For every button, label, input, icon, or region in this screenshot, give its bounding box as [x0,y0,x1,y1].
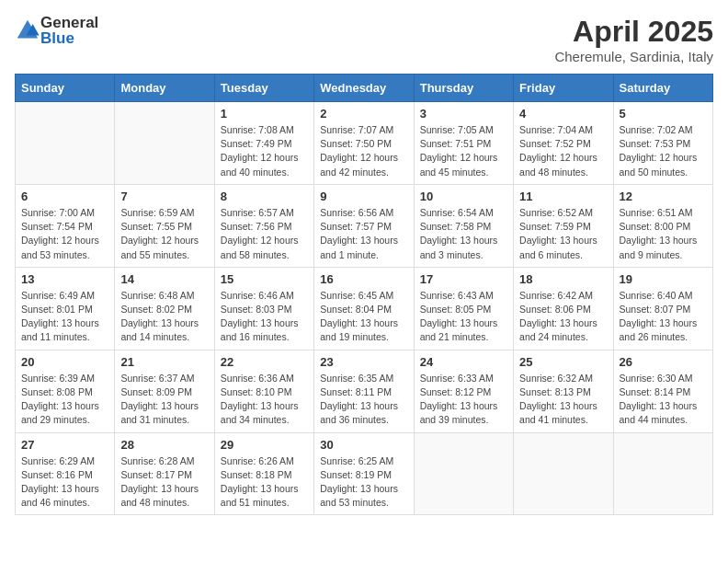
weekday-header: Friday [514,75,613,102]
calendar-cell: 21Sunrise: 6:37 AM Sunset: 8:09 PM Dayli… [115,350,214,432]
day-info: Sunrise: 7:04 AM Sunset: 7:52 PM Dayligh… [519,123,607,179]
calendar-cell: 1Sunrise: 7:08 AM Sunset: 7:49 PM Daylig… [214,102,313,185]
day-info: Sunrise: 6:32 AM Sunset: 8:13 PM Dayligh… [519,372,607,428]
calendar-cell: 6Sunrise: 7:00 AM Sunset: 7:54 PM Daylig… [16,184,115,267]
location-subtitle: Cheremule, Sardinia, Italy [554,49,713,64]
calendar-week-row: 1Sunrise: 7:08 AM Sunset: 7:49 PM Daylig… [16,102,713,185]
calendar-cell: 28Sunrise: 6:28 AM Sunset: 8:17 PM Dayli… [115,432,214,515]
day-info: Sunrise: 6:28 AM Sunset: 8:17 PM Dayligh… [120,454,208,511]
calendar-cell: 19Sunrise: 6:40 AM Sunset: 8:07 PM Dayli… [613,267,712,350]
weekday-header: Thursday [414,75,513,102]
calendar-week-row: 27Sunrise: 6:29 AM Sunset: 8:16 PM Dayli… [16,432,713,515]
weekday-header: Saturday [613,75,712,102]
day-number: 22 [221,355,308,369]
calendar-cell: 11Sunrise: 6:52 AM Sunset: 7:59 PM Dayli… [514,184,613,267]
day-number: 16 [320,272,407,286]
calendar-cell: 22Sunrise: 6:36 AM Sunset: 8:10 PM Dayli… [214,350,313,432]
day-number: 28 [120,438,208,452]
day-number: 29 [221,438,308,452]
calendar-cell [115,102,214,185]
day-number: 3 [420,107,507,121]
calendar-cell: 9Sunrise: 6:56 AM Sunset: 7:57 PM Daylig… [314,184,414,267]
day-number: 6 [21,190,108,203]
day-number: 27 [21,438,108,452]
calendar-cell: 7Sunrise: 6:59 AM Sunset: 7:55 PM Daylig… [115,184,214,267]
day-number: 25 [519,355,607,369]
day-info: Sunrise: 6:40 AM Sunset: 8:07 PM Dayligh… [620,289,707,345]
day-number: 8 [221,190,308,203]
calendar-cell: 8Sunrise: 6:57 AM Sunset: 7:56 PM Daylig… [214,184,313,267]
month-title: April 2025 [554,15,713,49]
calendar-week-row: 6Sunrise: 7:00 AM Sunset: 7:54 PM Daylig… [16,184,713,267]
day-info: Sunrise: 6:49 AM Sunset: 8:01 PM Dayligh… [21,289,108,345]
day-info: Sunrise: 7:02 AM Sunset: 7:53 PM Dayligh… [620,123,707,179]
day-info: Sunrise: 6:39 AM Sunset: 8:08 PM Dayligh… [21,372,108,428]
day-info: Sunrise: 6:56 AM Sunset: 7:57 PM Dayligh… [320,206,407,262]
day-number: 2 [320,107,407,121]
day-number: 17 [420,272,507,286]
calendar-cell [414,432,513,515]
day-info: Sunrise: 7:05 AM Sunset: 7:51 PM Dayligh… [420,123,507,179]
weekday-header: Monday [115,75,214,102]
day-number: 7 [120,190,208,203]
calendar-cell: 20Sunrise: 6:39 AM Sunset: 8:08 PM Dayli… [16,350,115,432]
day-info: Sunrise: 6:46 AM Sunset: 8:03 PM Dayligh… [221,289,308,345]
calendar-cell: 29Sunrise: 6:26 AM Sunset: 8:18 PM Dayli… [214,432,313,515]
calendar-cell: 26Sunrise: 6:30 AM Sunset: 8:14 PM Dayli… [613,350,712,432]
day-info: Sunrise: 6:26 AM Sunset: 8:18 PM Dayligh… [221,454,308,511]
day-info: Sunrise: 6:25 AM Sunset: 8:19 PM Dayligh… [320,454,407,511]
calendar-cell: 23Sunrise: 6:35 AM Sunset: 8:11 PM Dayli… [314,350,414,432]
day-info: Sunrise: 6:33 AM Sunset: 8:12 PM Dayligh… [420,372,507,428]
day-number: 10 [420,190,507,203]
day-number: 12 [620,190,707,203]
calendar-cell: 30Sunrise: 6:25 AM Sunset: 8:19 PM Dayli… [314,432,414,515]
calendar-cell: 27Sunrise: 6:29 AM Sunset: 8:16 PM Dayli… [16,432,115,515]
day-number: 30 [320,438,407,452]
calendar-cell: 4Sunrise: 7:04 AM Sunset: 7:52 PM Daylig… [514,102,613,185]
day-info: Sunrise: 6:30 AM Sunset: 8:14 PM Dayligh… [620,372,707,428]
calendar-cell [514,432,613,515]
day-number: 24 [420,355,507,369]
day-number: 9 [320,190,407,203]
day-number: 5 [620,107,707,121]
calendar-cell: 15Sunrise: 6:46 AM Sunset: 8:03 PM Dayli… [214,267,313,350]
day-info: Sunrise: 6:59 AM Sunset: 7:55 PM Dayligh… [120,206,208,262]
day-number: 19 [620,272,707,286]
logo-blue-text: Blue [40,30,98,46]
calendar-table: SundayMondayTuesdayWednesdayThursdayFrid… [15,74,713,515]
day-info: Sunrise: 7:00 AM Sunset: 7:54 PM Dayligh… [21,206,108,262]
day-number: 20 [21,355,108,369]
calendar-cell: 2Sunrise: 7:07 AM Sunset: 7:50 PM Daylig… [314,102,414,185]
calendar-cell: 17Sunrise: 6:43 AM Sunset: 8:05 PM Dayli… [414,267,513,350]
logo: General Blue [15,15,98,46]
day-number: 1 [221,107,308,121]
calendar-week-row: 20Sunrise: 6:39 AM Sunset: 8:08 PM Dayli… [16,350,713,432]
calendar-cell: 3Sunrise: 7:05 AM Sunset: 7:51 PM Daylig… [414,102,513,185]
day-info: Sunrise: 6:35 AM Sunset: 8:11 PM Dayligh… [320,372,407,428]
day-info: Sunrise: 7:07 AM Sunset: 7:50 PM Dayligh… [320,123,407,179]
calendar-cell: 25Sunrise: 6:32 AM Sunset: 8:13 PM Dayli… [514,350,613,432]
day-info: Sunrise: 6:48 AM Sunset: 8:02 PM Dayligh… [120,289,208,345]
calendar-cell: 16Sunrise: 6:45 AM Sunset: 8:04 PM Dayli… [314,267,414,350]
day-number: 14 [120,272,208,286]
day-number: 15 [221,272,308,286]
day-number: 23 [320,355,407,369]
day-info: Sunrise: 6:43 AM Sunset: 8:05 PM Dayligh… [420,289,507,345]
day-info: Sunrise: 6:29 AM Sunset: 8:16 PM Dayligh… [21,454,108,511]
logo-icon [15,17,40,43]
calendar-cell: 12Sunrise: 6:51 AM Sunset: 8:00 PM Dayli… [613,184,712,267]
day-info: Sunrise: 6:57 AM Sunset: 7:56 PM Dayligh… [221,206,308,262]
logo-general-text: General [40,15,98,30]
day-info: Sunrise: 6:54 AM Sunset: 7:58 PM Dayligh… [420,206,507,262]
title-area: April 2025 Cheremule, Sardinia, Italy [554,15,713,64]
day-info: Sunrise: 7:08 AM Sunset: 7:49 PM Dayligh… [221,123,308,179]
calendar-cell: 14Sunrise: 6:48 AM Sunset: 8:02 PM Dayli… [115,267,214,350]
calendar-header-row: SundayMondayTuesdayWednesdayThursdayFrid… [16,75,713,102]
calendar-cell: 13Sunrise: 6:49 AM Sunset: 8:01 PM Dayli… [16,267,115,350]
weekday-header: Sunday [16,75,115,102]
day-info: Sunrise: 6:51 AM Sunset: 8:00 PM Dayligh… [620,206,707,262]
day-number: 21 [120,355,208,369]
calendar-cell [613,432,712,515]
day-number: 18 [519,272,607,286]
day-info: Sunrise: 6:36 AM Sunset: 8:10 PM Dayligh… [221,372,308,428]
